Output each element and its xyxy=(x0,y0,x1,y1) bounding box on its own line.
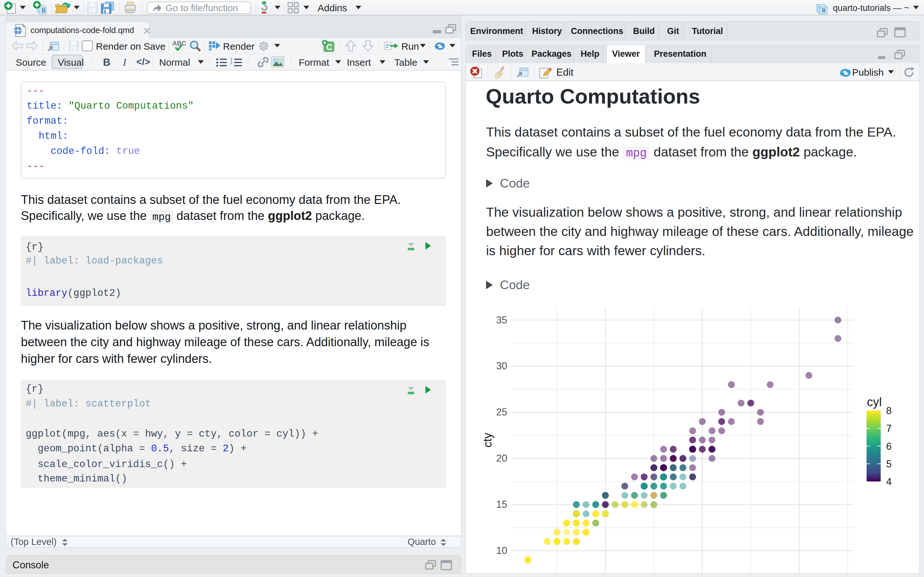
svg-text:cyl: cyl xyxy=(867,395,882,409)
svg-text:4: 4 xyxy=(886,476,892,487)
svg-text:20: 20 xyxy=(496,453,507,464)
svg-text:8: 8 xyxy=(886,405,892,416)
svg-text:25: 25 xyxy=(496,406,507,418)
svg-text:10: 10 xyxy=(496,545,507,556)
svg-text:30: 30 xyxy=(496,360,507,372)
svg-text:15: 15 xyxy=(496,499,507,510)
svg-text:2: 2 xyxy=(230,61,232,65)
svg-text:35: 35 xyxy=(496,314,507,326)
svg-text:R: R xyxy=(822,7,826,14)
svg-text:cty: cty xyxy=(481,433,494,448)
svg-text:ABC: ABC xyxy=(172,40,186,47)
svg-text:C: C xyxy=(326,42,333,52)
svg-text:5: 5 xyxy=(886,458,892,470)
svg-text:7: 7 xyxy=(886,423,892,434)
svg-text:R: R xyxy=(41,7,46,14)
svg-text:6: 6 xyxy=(886,441,892,452)
